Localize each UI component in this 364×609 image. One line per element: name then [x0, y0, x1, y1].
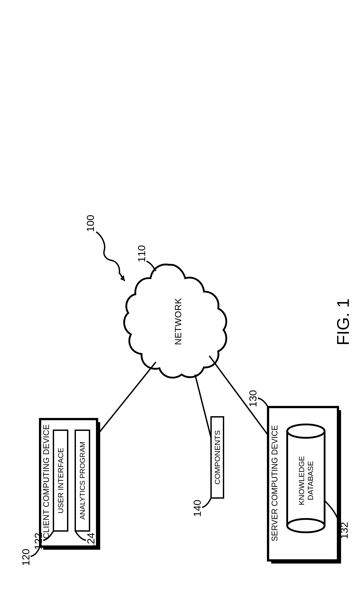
- network-label: NETWORK: [173, 298, 183, 345]
- conn-client-cloud: [97, 362, 156, 435]
- ref-100: 100: [84, 215, 96, 232]
- client-title: CLIENT COMPUTING DEVICE: [42, 424, 51, 539]
- db-top-ellipse: [287, 424, 325, 438]
- ref-122: 122: [32, 533, 44, 550]
- ref-110: 110: [136, 245, 148, 262]
- ref-120: 120: [20, 549, 32, 566]
- db-label-2: DATABASE: [306, 461, 315, 500]
- components-label: COMPONENTS: [213, 430, 222, 484]
- db-bottom-ellipse: [287, 519, 325, 532]
- ref-132: 132: [338, 522, 350, 539]
- client-prog-label: ANALYTICS PROGRAM: [78, 442, 87, 520]
- conn-components-cloud: [195, 374, 211, 438]
- ref-140: 140: [191, 500, 203, 517]
- leader-110: [146, 261, 156, 271]
- leader-130: [258, 398, 268, 407]
- figure-caption: FIG. 1: [333, 298, 353, 345]
- arrow-100-shaft: [96, 232, 125, 281]
- client-ui-label: USER INTERFACE: [56, 448, 65, 513]
- db-label-1: KNOWLEDGE: [297, 456, 306, 505]
- server-title: SERVER COMPUTING DEVICE: [270, 425, 279, 541]
- ref-130: 130: [247, 390, 259, 407]
- leader-140: [202, 498, 211, 507]
- ref-124: 124: [85, 533, 97, 550]
- diagram-canvas: FIG. 1 100 NETWORK 110 CLIENT COMPUTING …: [0, 0, 364, 609]
